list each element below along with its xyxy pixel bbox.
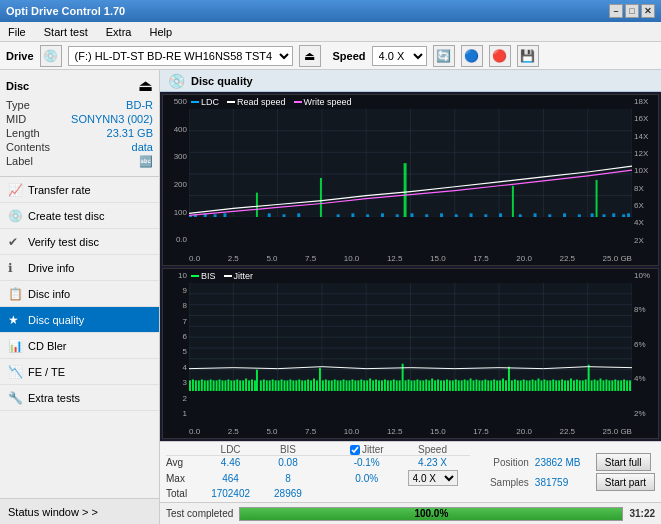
- jitter-legend-dot: [224, 275, 232, 277]
- start-full-button[interactable]: Start full: [596, 453, 651, 471]
- sidebar-item-fe-te[interactable]: 📉 FE / TE: [0, 359, 159, 385]
- status-window-button[interactable]: Status window > >: [0, 498, 159, 524]
- svg-rect-26: [320, 178, 322, 217]
- sidebar-item-drive-info[interactable]: ℹ Drive info: [0, 255, 159, 281]
- svg-rect-141: [387, 380, 389, 391]
- fe-te-icon: 📉: [8, 365, 22, 379]
- svg-rect-95: [251, 379, 253, 391]
- svg-rect-133: [363, 380, 365, 391]
- save-button[interactable]: 💾: [517, 45, 539, 67]
- content-area: 💿 Disc quality LDC Read speed: [160, 70, 661, 524]
- drive-select[interactable]: (F:) HL-DT-ST BD-RE WH16NS58 TST4: [68, 46, 293, 66]
- svg-rect-93: [245, 378, 247, 391]
- maximize-button[interactable]: □: [625, 4, 639, 18]
- svg-rect-34: [425, 214, 428, 217]
- svg-rect-114: [307, 379, 309, 391]
- svg-rect-212: [597, 380, 599, 391]
- svg-rect-30: [381, 213, 384, 217]
- menu-start-test[interactable]: Start test: [40, 25, 92, 39]
- read-speed-legend-dot: [227, 101, 235, 103]
- disc-button1[interactable]: 🔵: [461, 45, 483, 67]
- disc-eject-icon[interactable]: ⏏: [138, 76, 153, 95]
- menu-file[interactable]: File: [4, 25, 30, 39]
- sidebar-item-disc-quality[interactable]: ★ Disc quality: [0, 307, 159, 333]
- position-row: Position 23862 MB Start full: [479, 453, 655, 471]
- svg-rect-142: [390, 380, 392, 391]
- sidebar-item-cd-bler[interactable]: 📊 CD Bler: [0, 333, 159, 359]
- svg-rect-194: [543, 379, 545, 391]
- main-layout: Disc ⏏ Type BD-R MID SONYNN3 (002) Lengt…: [0, 70, 661, 524]
- read-speed-legend-label: Read speed: [237, 97, 286, 107]
- svg-rect-79: [204, 380, 206, 391]
- svg-rect-216: [608, 380, 610, 391]
- svg-rect-215: [605, 379, 607, 391]
- svg-rect-198: [555, 380, 557, 391]
- svg-rect-111: [298, 379, 300, 391]
- sidebar-item-create-test-disc[interactable]: 💿 Create test disc: [0, 203, 159, 229]
- svg-rect-29: [366, 214, 369, 217]
- disc-button2[interactable]: 🔴: [489, 45, 511, 67]
- svg-rect-124: [337, 380, 339, 391]
- svg-rect-47: [596, 180, 598, 217]
- bis-chart-svg: [189, 283, 632, 391]
- svg-rect-192: [537, 378, 539, 391]
- svg-rect-174: [484, 379, 486, 391]
- total-label: Total: [166, 487, 199, 500]
- svg-rect-159: [440, 380, 442, 391]
- jitter-checkbox[interactable]: [350, 445, 360, 455]
- svg-rect-127: [346, 380, 348, 391]
- close-button[interactable]: ✕: [641, 4, 655, 18]
- svg-rect-100: [266, 380, 268, 391]
- drive-icon[interactable]: 💿: [40, 45, 62, 67]
- disc-contents-label: Contents: [6, 141, 50, 153]
- bis-y-axis-right: 10% 8% 6% 4% 2%: [632, 269, 658, 421]
- svg-rect-118: [319, 367, 321, 391]
- eject-button[interactable]: ⏏: [299, 45, 321, 67]
- disc-quality-header-icon: 💿: [168, 73, 185, 89]
- minimize-button[interactable]: –: [609, 4, 623, 18]
- sidebar-item-verify-test-disc[interactable]: ✔ Verify test disc: [0, 229, 159, 255]
- svg-rect-213: [600, 378, 602, 391]
- disc-label-icon[interactable]: 🔤: [139, 155, 153, 168]
- sidebar-item-disc-info[interactable]: 📋 Disc info: [0, 281, 159, 307]
- speed-select[interactable]: 4.0 X 1.0 X 2.0 X 6.0 X 8.0 X: [372, 46, 427, 66]
- menu-help[interactable]: Help: [145, 25, 176, 39]
- right-stats: Position 23862 MB Start full Samples 381…: [479, 453, 655, 491]
- max-speed-select[interactable]: 4.0 X: [408, 470, 458, 486]
- start-part-button[interactable]: Start part: [596, 473, 655, 491]
- svg-rect-140: [384, 379, 386, 391]
- disc-mid-value: SONYNN3 (002): [71, 113, 153, 125]
- ldc-legend-label: LDC: [201, 97, 219, 107]
- svg-rect-46: [591, 213, 594, 217]
- svg-rect-152: [419, 380, 421, 391]
- sidebar-item-extra-tests[interactable]: 🔧 Extra tests: [0, 385, 159, 411]
- svg-rect-119: [322, 380, 324, 391]
- drive-bar: Drive 💿 (F:) HL-DT-ST BD-RE WH16NS58 TST…: [0, 42, 661, 70]
- bis-legend-item: BIS: [191, 271, 216, 281]
- menu-extra[interactable]: Extra: [102, 25, 136, 39]
- sidebar-item-extra-tests-label: Extra tests: [28, 392, 80, 404]
- svg-rect-203: [570, 378, 572, 391]
- svg-rect-42: [534, 213, 537, 217]
- ldc-chart: LDC Read speed Write speed 500 400 30: [162, 94, 659, 266]
- total-ldc: 1702402: [199, 487, 262, 500]
- svg-rect-89: [233, 380, 235, 391]
- svg-rect-35: [440, 213, 443, 217]
- menu-bar: File Start test Extra Help: [0, 22, 661, 42]
- refresh-button[interactable]: 🔄: [433, 45, 455, 67]
- disc-section: Disc ⏏ Type BD-R MID SONYNN3 (002) Lengt…: [0, 70, 159, 177]
- svg-rect-90: [236, 379, 238, 391]
- svg-rect-200: [561, 379, 563, 391]
- disc-type-row: Type BD-R: [6, 99, 153, 111]
- svg-rect-202: [567, 380, 569, 391]
- svg-rect-117: [316, 380, 318, 391]
- title-bar: Opti Drive Control 1.70 – □ ✕: [0, 0, 661, 22]
- sidebar-item-transfer-rate[interactable]: 📈 Transfer rate: [0, 177, 159, 203]
- write-speed-legend-dot: [294, 101, 302, 103]
- svg-rect-207: [582, 380, 584, 391]
- svg-rect-98: [260, 380, 262, 391]
- sidebar-item-create-test-disc-label: Create test disc: [28, 210, 104, 222]
- svg-rect-187: [523, 379, 525, 391]
- jitter-label: Jitter: [362, 444, 384, 455]
- svg-rect-175: [487, 380, 489, 391]
